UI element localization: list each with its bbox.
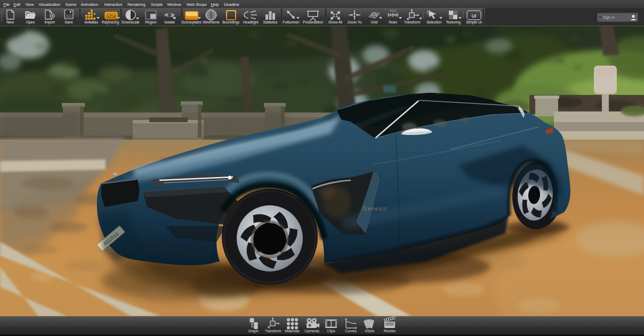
svg-text:CPU: CPU	[108, 14, 115, 18]
svg-text:0 1 2: 0 1 2	[390, 9, 396, 12]
svg-text:UI: UI	[472, 13, 477, 19]
